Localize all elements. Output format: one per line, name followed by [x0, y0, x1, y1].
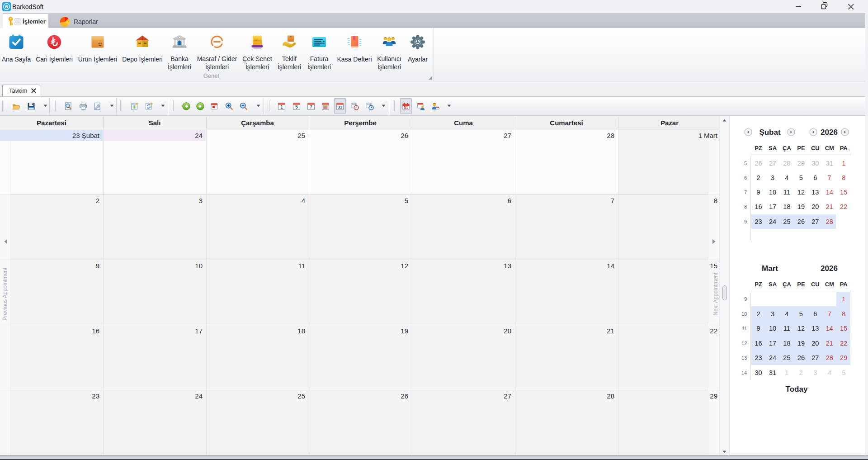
svg-text:B: B [5, 4, 8, 9]
svg-text:31: 31 [338, 105, 342, 109]
svg-text:5: 5 [295, 104, 298, 109]
svg-text:7: 7 [310, 104, 312, 109]
svg-text:1: 1 [280, 104, 283, 109]
svg-text:31: 31 [404, 105, 408, 110]
